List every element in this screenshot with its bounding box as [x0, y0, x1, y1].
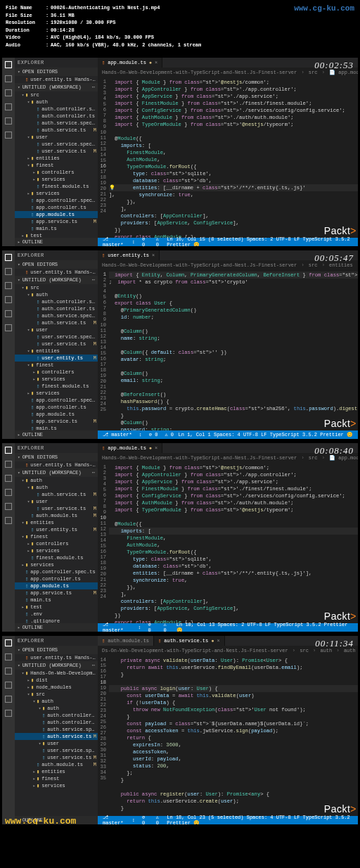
tree-file[interactable]: ▯user.service.spec.ts — [15, 747, 98, 754]
tree-file[interactable]: ▯auth.controller.spec.ts — [15, 298, 98, 305]
extensions-icon[interactable] — [4, 117, 13, 125]
tree-folder[interactable]: ▮services — [15, 376, 98, 383]
tree-file[interactable]: ▯auth.service.tsM — [15, 733, 98, 740]
tree-folder[interactable]: ▮entities — [15, 155, 98, 162]
tree-file[interactable]: ▯user.service.spec.ts — [15, 141, 98, 148]
tree-file[interactable]: ▯auth.service.tsM — [15, 319, 98, 326]
workspace-section[interactable]: ▾UNTITLED (WORKSPACE)⋯ — [15, 276, 98, 284]
status-right[interactable]: Ln 10, Col 13 Spaces: 2 UTF-8 LF TypeScr… — [174, 622, 355, 632]
tree-file[interactable]: ▯auth.module.tsM — [15, 761, 98, 768]
extensions-icon[interactable] — [4, 695, 13, 703]
tree-file[interactable]: ▯auth.controller.spec.ts — [15, 712, 98, 719]
tree-folder[interactable]: ▮user — [15, 326, 98, 333]
tree-file[interactable]: ▯auth.controller.ts — [15, 305, 98, 312]
tree-folder[interactable]: ▮src — [15, 91, 98, 98]
outline-section[interactable]: ▸OUTLINE — [15, 430, 98, 439]
open-editors-section[interactable]: ▾OPEN EDITORS — [15, 260, 98, 269]
source-control-icon[interactable] — [4, 474, 13, 483]
files-icon[interactable] — [4, 446, 13, 454]
status-errors[interactable]: ⊘ 0 — [140, 236, 151, 247]
tree-file[interactable]: ▯user.service.tsM — [15, 505, 98, 512]
tree-file[interactable]: ▯user.service.spec.ts — [15, 333, 98, 340]
code-editor[interactable]: private async validate(userData: User): … — [109, 656, 358, 816]
tree-folder[interactable]: ▮src — [15, 691, 98, 698]
source-control-icon[interactable] — [4, 89, 13, 97]
outline-section[interactable]: ▸OUTLINE — [15, 238, 98, 246]
tree-folder[interactable]: ▮services — [15, 390, 98, 397]
extensions-icon[interactable] — [4, 309, 13, 318]
tree-folder[interactable]: ▮finest — [15, 162, 98, 169]
tree-folder[interactable]: ▮src — [15, 284, 98, 291]
tree-folder[interactable]: ▮user — [15, 740, 98, 747]
extensions-icon[interactable] — [4, 502, 13, 511]
tree-folder[interactable]: ▮controllers — [15, 169, 98, 176]
tree-folder[interactable]: ▮auth — [15, 484, 98, 491]
git-branch[interactable]: ⎇ master* — [101, 622, 133, 632]
tree-file[interactable]: ▯main.ts — [15, 425, 98, 430]
open-editors-section[interactable]: ▾OPEN EDITORS — [15, 453, 98, 461]
tree-file[interactable]: ▯main.ts — [15, 225, 98, 232]
source-control-icon[interactable] — [4, 667, 13, 675]
workspace-section[interactable]: ▾UNTITLED (WORKSPACE)⋯ — [15, 661, 98, 670]
tree-file[interactable]: ▯main.ts — [15, 596, 98, 604]
tree-file[interactable]: ▯app.module.ts — [15, 582, 98, 589]
tree-folder[interactable]: ▮auth — [15, 98, 98, 106]
search-icon[interactable] — [4, 75, 13, 83]
tree-file[interactable]: ▯app.controller.spec.ts — [15, 397, 98, 404]
tree-file[interactable]: ▯user.service.tsM — [15, 754, 98, 761]
tree-folder[interactable]: ▮finest — [15, 533, 98, 540]
status-right[interactable]: Ln 1, Col 1 Spaces: 4 UTF-8 LF TypeScrip… — [176, 432, 355, 438]
tree-folder[interactable]: ▮auth — [15, 477, 98, 484]
tree-folder[interactable]: ▮services — [15, 547, 98, 554]
tree-file[interactable]: ▯app.service.tsM — [15, 418, 98, 425]
debug-icon[interactable] — [4, 681, 13, 689]
files-icon[interactable] — [4, 253, 13, 262]
editor-tab[interactable]: ▯auth.module.ts — [98, 636, 154, 646]
source-control-icon[interactable] — [4, 281, 13, 290]
tree-folder[interactable]: ▮node_modules — [15, 684, 98, 691]
tree-folder[interactable]: ▮finest — [15, 362, 98, 369]
close-icon[interactable]: × — [217, 638, 219, 644]
tree-folder[interactable]: ▮services — [15, 782, 98, 789]
workspace-section[interactable]: ▾UNTITLED (WORKSPACE)⋯ — [15, 83, 98, 91]
search-icon[interactable] — [4, 460, 13, 468]
tree-folder[interactable]: ▮user — [15, 498, 98, 505]
tree-folder[interactable]: ▮entities — [15, 768, 98, 775]
tree-folder[interactable]: ▮services — [15, 190, 98, 197]
tree-file[interactable]: ▯user.service.tsM — [15, 340, 98, 347]
tree-file[interactable]: ▯user.service.tsM — [15, 148, 98, 155]
tree-file[interactable]: ▯auth.module.tsM — [15, 512, 98, 519]
tree-file[interactable]: ▯auth.service.spec.ts — [15, 312, 98, 319]
tree-file[interactable]: ▯app.module.ts — [15, 211, 98, 218]
files-icon[interactable] — [4, 60, 13, 69]
tree-file[interactable]: ▯auth.service.spec.ts — [15, 120, 98, 127]
tree-folder[interactable]: ▮controllers — [15, 369, 98, 376]
status-warnings[interactable]: ⚠ 0 — [154, 815, 165, 825]
tree-file[interactable]: ▯auth.service.tsM — [15, 491, 98, 498]
tree-folder[interactable]: ▮Hands-On-Web-Developmen... — [15, 670, 98, 677]
outline-section[interactable]: ▸OUTLINE — [15, 623, 98, 632]
tree-folder[interactable]: ▮auth — [15, 291, 98, 298]
editor-tab[interactable]: ▯user.entity.ts× — [98, 250, 160, 260]
open-editors-section[interactable]: ▾OPEN EDITORS — [15, 646, 98, 654]
status-errors[interactable]: ⊘ 0 — [146, 622, 158, 632]
tree-file[interactable]: ▯app.service.tsM — [15, 589, 98, 596]
tree-folder[interactable]: ▮dist — [15, 677, 98, 684]
open-editor-item[interactable]: ▯user.entity.ts Hands-On-Web-D... — [15, 461, 98, 468]
open-editor-item[interactable]: ▯user.entity.ts Hands-On-W... — [15, 654, 98, 661]
git-branch[interactable]: ⎇ master* — [101, 815, 127, 825]
close-icon[interactable]: × — [155, 60, 158, 65]
tree-folder[interactable]: ▮auth — [15, 705, 98, 712]
tree-file[interactable]: ▯.gitignore — [15, 618, 98, 623]
tree-file[interactable]: ▯auth.service.tsM — [15, 127, 98, 134]
tree-folder[interactable]: ▮entities — [15, 519, 98, 526]
status-errors[interactable]: ⊘ 0 — [147, 432, 160, 438]
tree-folder[interactable]: ▮test — [15, 232, 98, 238]
remote-icon[interactable] — [4, 324, 13, 332]
tree-folder[interactable]: ▮user — [15, 134, 98, 141]
sidebar-actions[interactable]: ⋯ — [92, 277, 95, 283]
tree-file[interactable]: ▯app.controller.spec.ts — [15, 568, 98, 575]
status-warnings[interactable]: ⚠ 0 — [162, 622, 174, 632]
tree-file[interactable]: ▯app.controller.ts — [15, 404, 98, 411]
open-editors-section[interactable]: ▾OPEN EDITORS — [15, 68, 98, 76]
